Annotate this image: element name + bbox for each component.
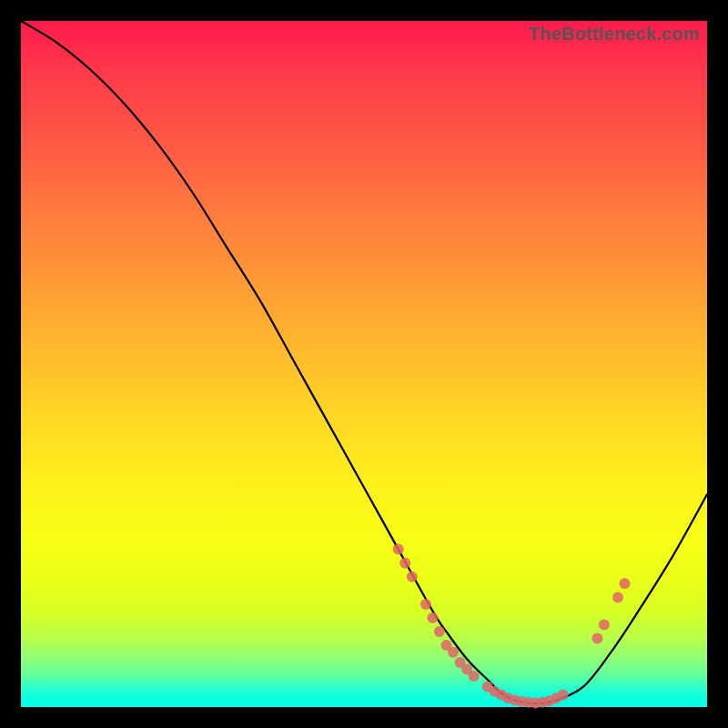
- data-marker: [469, 671, 480, 682]
- marker-group: [393, 544, 631, 709]
- data-marker: [420, 599, 431, 610]
- data-marker: [558, 689, 569, 700]
- chart-plot-area: TheBottleneck.com: [21, 21, 707, 707]
- data-marker: [448, 647, 459, 658]
- data-marker: [612, 592, 623, 602]
- data-marker: [620, 578, 631, 589]
- data-marker: [592, 633, 602, 644]
- data-marker: [599, 620, 610, 631]
- data-marker: [427, 612, 438, 623]
- data-marker: [393, 544, 404, 555]
- bottleneck-curve: [21, 21, 707, 703]
- data-marker: [407, 571, 418, 582]
- data-marker: [399, 558, 410, 569]
- chart-svg: [21, 21, 707, 707]
- data-marker: [434, 626, 445, 637]
